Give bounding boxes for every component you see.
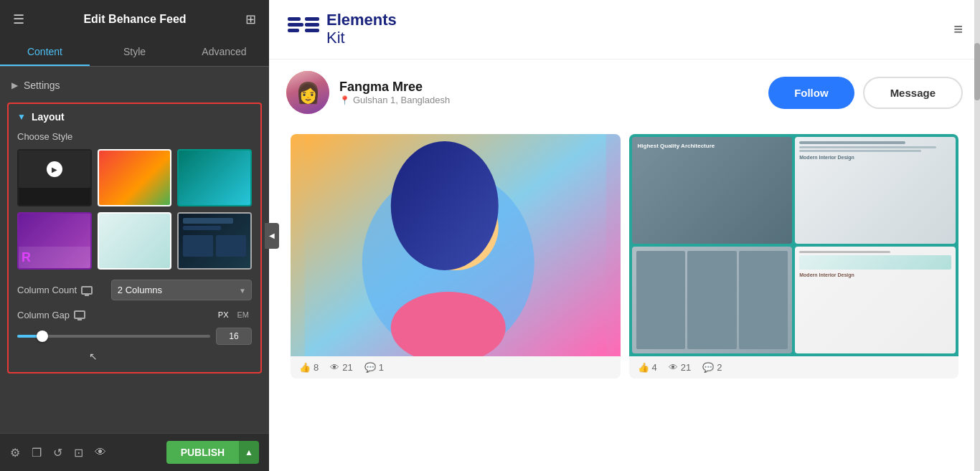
feed-stats-2: 👍 4 👁 21 💬 2 <box>629 356 959 379</box>
settings-gear-icon[interactable]: ⚙ <box>10 446 20 460</box>
play-circle-icon: ▶ <box>47 161 62 177</box>
feed-sub-4: Modern Interior Design <box>795 247 956 353</box>
comments-stat-1: 💬 1 <box>364 362 384 373</box>
unit-px-button[interactable]: PX <box>215 309 232 320</box>
settings-label: Settings <box>24 80 60 91</box>
logo-line1: Elements <box>326 11 397 29</box>
logo-area: Elements Kit <box>286 11 397 47</box>
tab-advanced[interactable]: Advanced <box>179 39 269 66</box>
feed-item-1[interactable]: 👍 8 👁 21 💬 1 <box>291 134 621 379</box>
column-count-select[interactable]: 1 Column 2 Columns 3 Columns 4 Columns <box>111 280 252 300</box>
follow-button[interactable]: Follow <box>768 77 854 109</box>
unit-em-button[interactable]: EM <box>235 309 253 320</box>
panel-title: Edit Behance Feed <box>83 13 186 26</box>
logo-icon <box>286 14 322 44</box>
feed-item-2[interactable]: Highest Quality Architecture Modern Inte… <box>629 134 959 379</box>
style-thumb-2[interactable] <box>98 149 172 206</box>
style-thumb-4[interactable]: R <box>17 212 92 270</box>
panel-body: ▶ Settings ▼ Layout Choose Style ▶ <box>0 67 269 433</box>
svg-rect-0 <box>288 17 301 21</box>
settings-row[interactable]: ▶ Settings <box>0 74 269 97</box>
monitor-icon <box>81 286 93 295</box>
profile-name: Fangma Mree <box>339 80 450 95</box>
eye-icon[interactable]: 👁 <box>95 446 106 460</box>
responsive-icon[interactable]: ⊡ <box>74 446 83 460</box>
style-grid: ▶ R <box>17 149 252 270</box>
like-icon-1: 👍 <box>299 362 311 373</box>
collapse-panel-button[interactable]: ◀ <box>265 223 279 249</box>
cursor-indicator: ↖ <box>89 351 252 362</box>
section-header: ▼ Layout <box>17 111 252 123</box>
comments-stat-2: 💬 2 <box>702 362 722 373</box>
views-count-2: 21 <box>681 362 691 373</box>
feed-image-2: Highest Quality Architecture Modern Inte… <box>629 134 959 356</box>
style-thumb-3[interactable] <box>177 149 252 206</box>
publish-group: PUBLISH ▲ <box>166 441 259 464</box>
like-icon-2: 👍 <box>638 362 649 373</box>
layers-icon[interactable]: ❒ <box>32 446 42 460</box>
svg-rect-4 <box>305 23 319 27</box>
likes-count-2: 4 <box>652 362 657 373</box>
likes-stat-2: 👍 4 <box>638 362 657 373</box>
panel-header: ☰ Edit Behance Feed ⊞ <box>0 0 269 39</box>
avatar: 👩 <box>286 71 329 114</box>
comments-count-1: 1 <box>379 362 384 373</box>
tabs-row: Content Style Advanced <box>0 39 269 67</box>
column-count-select-wrapper: 1 Column 2 Columns 3 Columns 4 Columns ▼ <box>111 280 252 300</box>
scrollbar[interactable] <box>974 0 980 471</box>
svg-rect-2 <box>288 29 299 32</box>
profile-area: 👩 Fangma Mree 📍 Gulshan 1, Bangladesh Fo… <box>269 60 980 121</box>
column-gap-label: Column Gap <box>17 310 215 320</box>
gap-monitor-icon <box>74 310 85 319</box>
unit-group: PX EM <box>215 309 252 320</box>
location-pin-icon: 📍 <box>339 95 350 105</box>
slider-track[interactable] <box>17 335 210 338</box>
feed-sub-3 <box>632 247 793 353</box>
feed-grid: 👍 8 👁 21 💬 1 Highest Quality Architectur… <box>269 121 980 391</box>
slider-value[interactable]: 16 <box>216 328 252 345</box>
avatar-emoji: 👩 <box>296 81 321 105</box>
history-icon[interactable]: ↺ <box>53 446 62 460</box>
comments-count-2: 2 <box>717 362 722 373</box>
views-stat-2: 👁 21 <box>669 362 691 373</box>
slider-thumb[interactable] <box>37 330 48 342</box>
feed-sub-1: Highest Quality Architecture <box>632 137 793 244</box>
style-thumb-1[interactable]: ▶ <box>17 149 92 206</box>
choose-style-label: Choose Style <box>17 131 252 142</box>
column-count-row: Column Count 1 Column 2 Columns 3 Column… <box>17 280 252 300</box>
logo-text-group: Elements Kit <box>326 11 397 47</box>
views-stat-1: 👁 21 <box>330 362 352 373</box>
publish-button[interactable]: PUBLISH <box>166 441 239 464</box>
views-count-1: 21 <box>342 362 352 373</box>
grid-icon[interactable]: ⊞ <box>245 11 256 27</box>
comment-icon-1: 💬 <box>364 362 376 373</box>
tab-style[interactable]: Style <box>90 39 179 66</box>
tab-content[interactable]: Content <box>0 39 90 66</box>
publish-arrow-button[interactable]: ▲ <box>239 441 259 464</box>
eye-icon-1: 👁 <box>330 362 339 373</box>
scrollbar-thumb[interactable] <box>974 43 980 100</box>
layout-label: Layout <box>32 111 65 123</box>
comment-icon-2: 💬 <box>702 362 714 373</box>
left-panel: ☰ Edit Behance Feed ⊞ Content Style Adva… <box>0 0 269 471</box>
eye-icon-2: 👁 <box>669 362 678 373</box>
likes-stat-1: 👍 8 <box>299 362 319 373</box>
hamburger-icon[interactable]: ☰ <box>13 11 24 27</box>
svg-rect-1 <box>288 23 303 27</box>
feed-stats-1: 👍 8 👁 21 💬 1 <box>291 356 621 379</box>
layout-arrow-icon: ▼ <box>17 112 26 122</box>
profile-actions: Follow Message <box>768 77 963 109</box>
nav-hamburger-icon[interactable]: ≡ <box>953 20 963 39</box>
message-button[interactable]: Message <box>863 77 963 109</box>
right-panel: Elements Kit ≡ 👩 Fangma Mree 📍 Gulshan 1… <box>269 0 980 471</box>
style-thumb-6[interactable] <box>177 212 252 270</box>
svg-point-9 <box>391 141 499 270</box>
style-thumb-5[interactable] <box>98 212 172 270</box>
column-count-label: Column Count <box>17 285 111 295</box>
logo-line2: Kit <box>326 29 397 47</box>
likes-count-1: 8 <box>314 362 319 373</box>
feed-image-1 <box>291 134 621 356</box>
bottom-toolbar: ⚙ ❒ ↺ ⊡ 👁 PUBLISH ▲ <box>0 433 269 471</box>
profile-info: Fangma Mree 📍 Gulshan 1, Bangladesh <box>339 80 450 105</box>
settings-arrow-icon: ▶ <box>11 80 18 90</box>
